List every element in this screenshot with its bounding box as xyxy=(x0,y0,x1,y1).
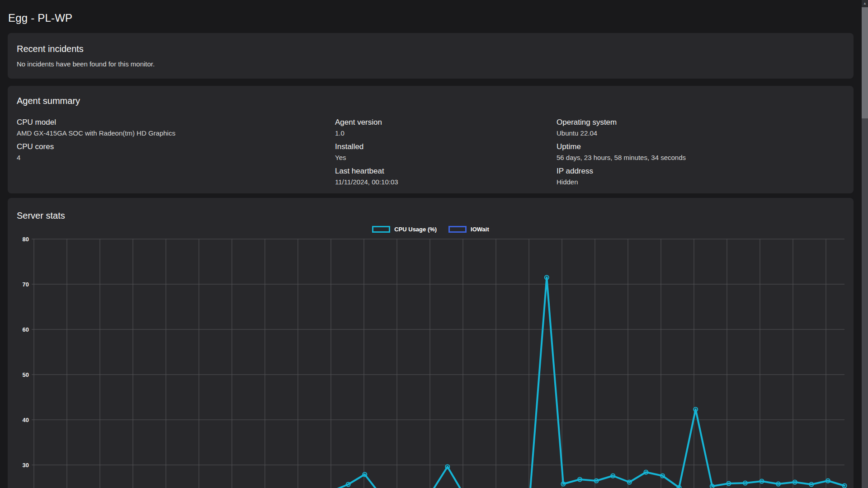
agent-summary-card: Agent summary CPU model AMD GX-415GA SOC… xyxy=(8,86,854,193)
agent-summary-column: Agent version 1.0 Installed Yes Last hea… xyxy=(335,117,543,190)
field-agent-version: Agent version 1.0 xyxy=(335,117,543,138)
series-line xyxy=(34,277,844,488)
agent-summary-heading: Agent summary xyxy=(17,96,844,106)
field-label: CPU cores xyxy=(17,141,315,152)
field-value: 4 xyxy=(17,152,315,163)
field-label: Uptime xyxy=(557,141,837,152)
agent-summary-grid: CPU model AMD GX-415GA SOC with Radeon(t… xyxy=(17,117,844,189)
scrollbar-up-arrow-icon[interactable]: ▲ xyxy=(862,0,868,7)
legend-swatch-cpu-usage xyxy=(372,226,390,233)
field-value: Ubuntu 22.04 xyxy=(557,128,837,138)
legend-label: CPU Usage (%) xyxy=(394,226,437,233)
field-value: 56 days, 23 hours, 58 minutes, 34 second… xyxy=(557,152,837,163)
field-cpu-model: CPU model AMD GX-415GA SOC with Radeon(t… xyxy=(17,117,315,138)
field-cpu-cores: CPU cores 4 xyxy=(17,141,315,163)
agent-summary-column: CPU model AMD GX-415GA SOC with Radeon(t… xyxy=(17,117,315,166)
field-installed: Installed Yes xyxy=(335,141,543,163)
y-axis-tick-label: 80 xyxy=(23,236,29,243)
agent-summary-column: Operating system Ubuntu 22.04 Uptime 56 … xyxy=(557,117,837,190)
field-value: 1.0 xyxy=(335,128,543,138)
field-label: CPU model xyxy=(17,117,315,128)
field-label: Installed xyxy=(335,141,543,152)
field-value: 11/11/2024, 00:10:03 xyxy=(335,177,543,187)
server-stats-chart[interactable]: 807060504030 xyxy=(8,198,854,488)
legend-item-cpu-usage[interactable]: CPU Usage (%) xyxy=(372,226,437,233)
y-axis-tick-label: 60 xyxy=(23,326,29,333)
field-last-heartbeat: Last heartbeat 11/11/2024, 00:10:03 xyxy=(335,166,543,187)
field-label: IP address xyxy=(557,166,837,177)
field-label: Last heartbeat xyxy=(335,166,543,177)
scrollbar-track[interactable]: ▲ xyxy=(862,0,868,488)
chart-legend: CPU Usage (%) IOWait xyxy=(8,226,854,233)
field-uptime: Uptime 56 days, 23 hours, 58 minutes, 34… xyxy=(557,141,837,163)
no-incidents-message: No incidents have been found for this mo… xyxy=(17,60,844,68)
legend-swatch-iowait xyxy=(448,226,467,233)
y-axis-tick-label: 50 xyxy=(23,371,29,378)
scrollbar-thumb[interactable] xyxy=(862,7,868,118)
y-axis-tick-label: 40 xyxy=(23,417,29,423)
field-operating-system: Operating system Ubuntu 22.04 xyxy=(557,117,837,138)
y-axis-tick-label: 30 xyxy=(23,462,29,469)
legend-item-iowait[interactable]: IOWait xyxy=(448,226,489,233)
field-value: Hidden xyxy=(557,177,837,187)
field-value: AMD GX-415GA SOC with Radeon(tm) HD Grap… xyxy=(17,128,315,138)
field-label: Operating system xyxy=(557,117,837,128)
field-value: Yes xyxy=(335,152,543,163)
page-title: Egg - PL-WP xyxy=(8,12,72,24)
field-label: Agent version xyxy=(335,117,543,128)
server-stats-card: Server stats CPU Usage (%) IOWait 807060… xyxy=(8,198,854,488)
legend-label: IOWait xyxy=(471,226,489,233)
field-ip-address: IP address Hidden xyxy=(557,166,837,187)
y-axis-tick-label: 70 xyxy=(23,281,29,288)
recent-incidents-heading: Recent incidents xyxy=(17,44,844,54)
recent-incidents-card: Recent incidents No incidents have been … xyxy=(8,33,854,79)
